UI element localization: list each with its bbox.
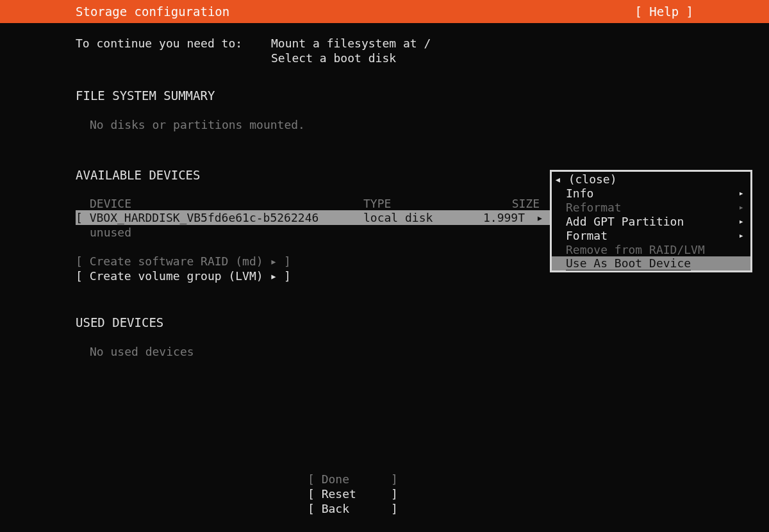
chevron-right-icon: ▸ <box>739 202 744 212</box>
used-devices-empty: No used devices <box>76 344 769 359</box>
menu-item-label: Info <box>566 187 593 200</box>
menu-item-label: Remove from RAID/LVM <box>566 243 705 256</box>
column-size: SIZE <box>479 197 540 210</box>
continue-line-2: Select a boot disk <box>271 51 396 65</box>
used-devices-title: USED DEVICES <box>76 315 769 330</box>
device-context-menu: ◂ (close)Info▸Reformat▸Add GPT Partition… <box>550 170 752 272</box>
menu-item-useasbootdevice[interactable]: Use As Boot Device <box>552 256 750 270</box>
menu-item-addgptpartition[interactable]: Add GPT Partition▸ <box>552 214 750 228</box>
continue-prompt: To continue you need to: Mount a filesys… <box>76 36 769 51</box>
main-content: To continue you need to: Mount a filesys… <box>0 23 769 359</box>
continue-label: To continue you need to: <box>76 36 271 51</box>
menu-item-label: ◂ (close) <box>554 172 617 186</box>
header-bar: Storage configuration [ Help ] <box>0 0 769 23</box>
page-title: Storage configuration <box>0 4 229 19</box>
column-device: DEVICE <box>90 197 363 210</box>
device-expand-icon: ▸ <box>525 211 546 224</box>
menu-item-reformat: Reformat▸ <box>552 200 750 214</box>
column-type: TYPE <box>363 197 479 210</box>
device-type: local disk <box>363 211 479 224</box>
chevron-right-icon: ▸ <box>739 188 744 198</box>
continue-prompt-line2: Select a boot disk <box>76 51 769 65</box>
menu-item-info[interactable]: Info▸ <box>552 186 750 200</box>
chevron-right-icon: ▸ <box>739 230 744 240</box>
menu-item-label: Reformat <box>566 201 622 214</box>
continue-line-1: Mount a filesystem at / <box>271 36 431 51</box>
reset-button[interactable]: [ Reset ] <box>308 487 398 502</box>
menu-item-removefromraidlvm: Remove from RAID/LVM <box>552 242 750 256</box>
menu-item-format[interactable]: Format▸ <box>552 228 750 242</box>
device-size: 1.999T <box>479 211 525 224</box>
menu-item-label: Use As Boot Device <box>566 256 691 270</box>
done-button: [ Done ] <box>308 472 398 487</box>
bottom-buttons: [ Done ] [ Reset ] [ Back ] <box>308 472 398 517</box>
menu-item-close[interactable]: ◂ (close) <box>552 172 750 186</box>
back-button[interactable]: [ Back ] <box>308 502 398 517</box>
menu-item-label: Format <box>566 229 608 242</box>
menu-item-label: Add GPT Partition <box>566 215 684 228</box>
device-name: VBOX_HARDDISK_VB5fd6e61c-b5262246 <box>90 211 319 224</box>
fs-summary-empty: No disks or partitions mounted. <box>76 117 769 132</box>
help-button[interactable]: [ Help ] <box>634 4 769 19</box>
device-row[interactable]: [ VBOX_HARDDISK_VB5fd6e61c-b5262246 loca… <box>76 210 553 225</box>
fs-summary-title: FILE SYSTEM SUMMARY <box>76 88 769 103</box>
chevron-right-icon: ▸ <box>739 216 744 226</box>
